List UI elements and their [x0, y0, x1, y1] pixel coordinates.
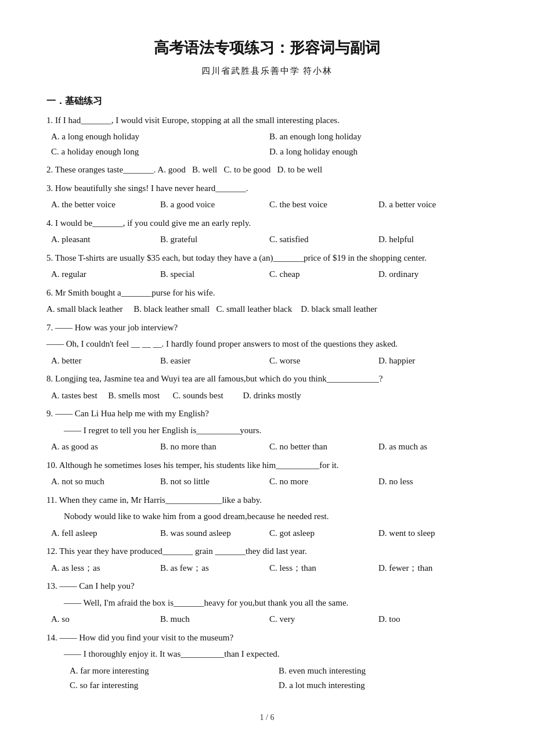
q9-optA: A. as good as	[51, 440, 160, 455]
question-11: 11. When they came in, Mr Harris________…	[46, 493, 488, 541]
question-5: 5. Those T-shirts are usually $35 each, …	[46, 251, 488, 282]
q9-optC: C. no better than	[269, 440, 378, 455]
question-12: 12. This year they have produced_______ …	[46, 544, 488, 575]
question-2: 2. These oranges taste_______. A. good B…	[46, 163, 488, 178]
q1-optD: D. a long holiday enough	[269, 145, 488, 160]
q11-text1: 11. When they came in, Mr Harris________…	[46, 493, 488, 508]
q10-optA: A. not so much	[51, 474, 160, 489]
q7-optC: C. worse	[269, 354, 378, 369]
question-8: 8. Longjing tea, Jasmine tea and Wuyi te…	[46, 372, 488, 403]
q8-text: 8. Longjing tea, Jasmine tea and Wuyi te…	[46, 372, 488, 387]
q13-text1: 13. —— Can I help you?	[46, 579, 488, 594]
q11-optD: D. went to sleep	[378, 526, 488, 541]
q5-text: 5. Those T-shirts are usually $35 each, …	[46, 251, 488, 266]
q13-optA: A. so	[51, 612, 160, 627]
q3-optC: C. the best voice	[269, 197, 378, 213]
q7-text2: —— Oh, I couldn't feel __ __ __. I hardl…	[46, 337, 488, 352]
q5-optD: D. ordinary	[378, 267, 488, 282]
q12-optD: D. fewer；than	[378, 561, 488, 576]
q9-optB: B. no more than	[160, 440, 269, 455]
q12-text: 12. This year they have produced_______ …	[46, 544, 488, 559]
q5-optC: C. cheap	[269, 267, 378, 282]
q3-optB: B. a good voice	[160, 197, 269, 213]
q11-optC: C. got asleep	[269, 526, 378, 541]
q4-optB: B. grateful	[160, 232, 269, 247]
q14-text1: 14. —— How did you find your visit to th…	[46, 631, 488, 646]
q10-text: 10. Although he sometimes loses his temp…	[46, 458, 488, 473]
q13-optB: B. much	[160, 612, 269, 627]
question-3: 3. How beautifully she sings! I have nev…	[46, 181, 488, 213]
q11-optB: B. was sound asleep	[160, 526, 269, 541]
q14-text2: —— I thoroughly enjoy it. It was________…	[46, 647, 488, 662]
section-title: 一．基础练习	[46, 93, 488, 109]
q13-text2: —— Well, I'm afraid the box is_______hea…	[46, 596, 488, 611]
q5-optA: A. regular	[51, 267, 160, 282]
q9-optD: D. as much as	[378, 440, 488, 455]
page-title: 高考语法专项练习：形容词与副词	[46, 35, 488, 60]
q10-optB: B. not so little	[160, 474, 269, 489]
q3-text: 3. How beautifully she sings! I have nev…	[46, 181, 488, 196]
subtitle: 四川省武胜县乐善中学 符小林	[46, 64, 488, 79]
q14-optB: B. even much interesting	[279, 664, 488, 679]
q14-optD: D. a lot much interesting	[279, 678, 488, 693]
q10-optC: C. no more	[269, 474, 378, 489]
q4-optC: C. satisfied	[269, 232, 378, 247]
q9-text2: —— I regret to tell you her English is__…	[46, 423, 488, 438]
q14-optC: C. so far interesting	[70, 678, 279, 693]
q12-optB: B. as few；as	[160, 561, 269, 576]
question-1: 1. If I had_______, I would visit Europe…	[46, 113, 488, 160]
q4-text: 4. I would be_______, if you could give …	[46, 216, 488, 231]
question-13: 13. —— Can I help you? —— Well, I'm afra…	[46, 579, 488, 627]
q12-optA: A. as less；as	[51, 561, 160, 576]
q11-text2: Nobody would like to wake him from a goo…	[46, 509, 488, 524]
question-4: 4. I would be_______, if you could give …	[46, 216, 488, 247]
q4-optD: D. helpful	[378, 232, 488, 247]
q1-text: 1. If I had_______, I would visit Europe…	[46, 113, 488, 128]
q7-optA: A. better	[51, 354, 160, 369]
q4-optA: A. pleasant	[51, 232, 160, 247]
q13-optC: C. very	[269, 612, 378, 627]
q6-text: 6. Mr Smith bought a_______purse for his…	[46, 286, 488, 301]
q8-options: A. tastes best B. smells most C. sounds …	[51, 388, 488, 404]
question-9: 9. —— Can Li Hua help me with my English…	[46, 406, 488, 455]
q10-optD: D. no less	[378, 474, 488, 489]
q11-optA: A. fell asleep	[51, 526, 160, 541]
q3-optA: A. the better voice	[51, 197, 160, 213]
q1-optB: B. an enough long holiday	[269, 129, 488, 145]
q9-text1: 9. —— Can Li Hua help me with my English…	[46, 406, 488, 422]
question-10: 10. Although he sometimes loses his temp…	[46, 458, 488, 489]
question-6: 6. Mr Smith bought a_______purse for his…	[46, 286, 488, 317]
q1-optC: C. a holiday enough long	[51, 145, 269, 160]
q13-optD: D. too	[378, 612, 488, 627]
q7-text1: 7. —— How was your job interview?	[46, 321, 488, 336]
q7-optD: D. happier	[378, 354, 488, 369]
page-footer: 1 / 6	[46, 711, 488, 725]
q7-optB: B. easier	[160, 354, 269, 369]
q12-optC: C. less；than	[269, 561, 378, 576]
q6-options: A. small black leather B. black leather …	[46, 302, 488, 317]
q2-text: 2. These oranges taste_______. A. good B…	[46, 163, 488, 178]
q5-optB: B. special	[160, 267, 269, 282]
question-14: 14. —— How did you find your visit to th…	[46, 631, 488, 693]
q1-optA: A. a long enough holiday	[51, 129, 269, 145]
question-7: 7. —— How was your job interview? —— Oh,…	[46, 321, 488, 369]
q3-optD: D. a better voice	[378, 197, 488, 213]
q14-optA: A. far more interesting	[70, 664, 279, 679]
